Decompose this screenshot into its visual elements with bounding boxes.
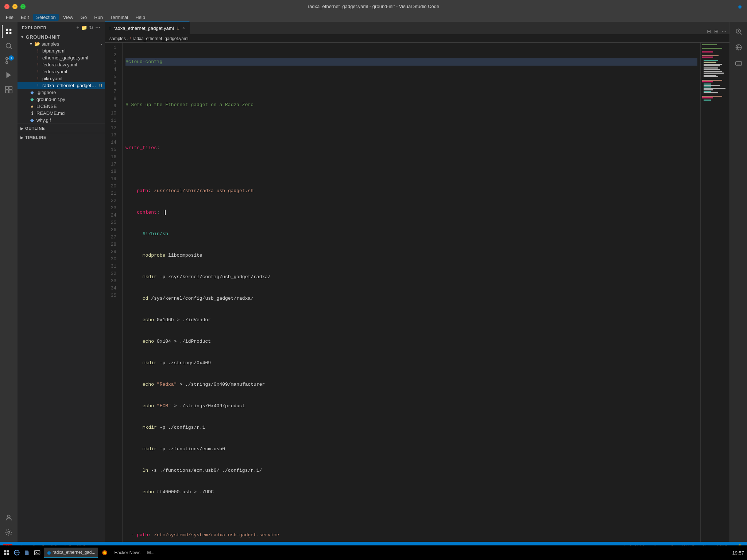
window-controls[interactable]: × − □ <box>4 4 26 9</box>
file-radxa-ethernet[interactable]: ! radxa_ethernet_gadget.yaml U <box>18 82 105 89</box>
svg-rect-49 <box>735 62 742 65</box>
svg-rect-21 <box>702 57 713 58</box>
code-line-10: modprobe libcomposite <box>125 252 697 259</box>
new-file-icon[interactable]: + <box>76 25 80 31</box>
svg-rect-32 <box>702 80 722 81</box>
remote-icon[interactable] <box>732 41 745 54</box>
menu-run[interactable]: Run <box>91 14 106 21</box>
menu-go[interactable]: Go <box>78 14 90 21</box>
code-line-12: cd /sys/kernel/config/usb_gadget/radxa/ <box>125 295 697 302</box>
split-editor-icon[interactable]: ⊟ <box>707 28 711 34</box>
timeline-label: TIMELINE <box>25 135 46 140</box>
menu-help[interactable]: Help <box>132 14 148 21</box>
file-fedora-daw[interactable]: ! fedora-daw.yaml <box>18 61 105 68</box>
taskbar-start-icon[interactable] <box>3 549 10 556</box>
tab-close-button[interactable]: × <box>182 26 185 31</box>
activity-settings[interactable] <box>2 526 15 539</box>
file-ground-init-py[interactable]: ◆ ground-init.py <box>18 96 105 103</box>
code-line-22 <box>125 510 697 517</box>
file-ethernet-gadget[interactable]: ! ethernet_gadget.yaml <box>18 54 105 61</box>
minimize-button[interactable]: − <box>12 4 18 9</box>
taskbar-hackernews[interactable]: Hacker News — M... <box>111 549 157 557</box>
menu-selection[interactable]: Selection <box>33 14 58 21</box>
activity-account[interactable] <box>2 511 15 524</box>
file-icon: ◆ <box>29 90 35 95</box>
file-name-readme: README.md <box>36 110 102 116</box>
file-icon: ★ <box>29 104 35 109</box>
svg-rect-13 <box>9 90 12 93</box>
code-content[interactable]: #cloud-config # Sets up the Ethernet gad… <box>123 43 700 542</box>
code-line-9: #!/bin/sh <box>125 230 697 238</box>
code-line-2 <box>125 80 697 87</box>
file-license[interactable]: ★ LICENSE <box>18 103 105 110</box>
activity-bottom <box>2 511 15 539</box>
taskbar-browser-icon[interactable] <box>13 549 20 556</box>
file-name-gitignore: .gitignore <box>36 90 102 95</box>
code-editor[interactable]: 12345 678910 1112131415 1617181920 21222… <box>105 43 729 542</box>
activity-run[interactable] <box>2 69 15 82</box>
layout-icon[interactable]: ⊞ <box>714 28 719 34</box>
svg-rect-39 <box>704 91 711 92</box>
new-folder-icon[interactable]: 📁 <box>81 25 88 31</box>
svg-rect-17 <box>702 44 717 45</box>
samples-dot: • <box>101 42 102 46</box>
activity-source-control[interactable]: 1 <box>2 54 15 67</box>
file-name-fedora-daw: fedora-daw.yaml <box>42 62 102 67</box>
file-why-gif[interactable]: ◆ why.gif <box>18 117 105 124</box>
main-layout: 1 Explorer + 📁 ↻ ⋯ <box>0 22 747 542</box>
tab-radxa-ethernet[interactable]: ! radxa_ethernet_gadget.yaml U × <box>105 22 190 34</box>
menu-terminal[interactable]: Terminal <box>107 14 131 21</box>
svg-rect-31 <box>704 76 718 77</box>
code-line-21: echo ff400000.usb > ./UDC <box>125 489 697 496</box>
file-btpan[interactable]: ! btpan.yaml <box>18 47 105 54</box>
svg-rect-2 <box>9 29 12 31</box>
code-line-7: - path: /usr/local/sbin/radxa-usb-gadget… <box>125 187 697 195</box>
activity-extensions[interactable] <box>2 83 15 96</box>
file-name-ground-init: ground-init.py <box>36 97 102 102</box>
breadcrumb-file-icon: ! <box>130 36 131 41</box>
svg-point-4 <box>6 43 11 48</box>
chevron-right-icon: ▶ <box>20 127 24 131</box>
activity-explorer[interactable] <box>2 25 15 38</box>
maximize-button[interactable]: □ <box>20 4 26 9</box>
file-name-radxa-ethernet: radxa_ethernet_gadget.yaml <box>42 83 96 88</box>
breadcrumb-filename[interactable]: radxa_ethernet_gadget.yaml <box>133 36 189 41</box>
file-gitignore[interactable]: ◆ .gitignore <box>18 89 105 96</box>
svg-line-5 <box>10 47 12 49</box>
tab-bar-actions: ⊟ ⊞ ⋯ <box>707 28 729 34</box>
tab-label: radxa_ethernet_gadget.yaml <box>113 26 174 31</box>
taskbar-files-icon[interactable] <box>23 549 31 556</box>
svg-rect-19 <box>702 51 713 52</box>
activity-search[interactable] <box>2 39 15 52</box>
taskbar-firefox-icon[interactable] <box>101 549 108 556</box>
svg-rect-56 <box>7 550 9 552</box>
collapse-icon[interactable]: ⋯ <box>95 25 101 31</box>
keyboard-icon[interactable] <box>732 57 745 70</box>
menu-view[interactable]: View <box>60 14 76 21</box>
taskbar-terminal-icon[interactable] <box>34 549 41 556</box>
close-button[interactable]: × <box>4 4 9 9</box>
breadcrumb-samples[interactable]: samples <box>109 36 126 41</box>
taskbar: ◈ radxa_ethernet_gad... Hacker News — M.… <box>0 545 747 560</box>
svg-rect-25 <box>704 65 720 66</box>
code-line-14: echo 0x104 > ./idProduct <box>125 338 697 345</box>
more-icon[interactable]: ⋯ <box>721 28 727 34</box>
svg-rect-0 <box>6 29 8 31</box>
root-folder[interactable]: ▼ GROUND-INIT <box>18 34 105 40</box>
code-line-18: mkdir -p ./configs/r.1 <box>125 424 697 431</box>
zoom-in-icon[interactable] <box>732 25 745 38</box>
file-piku[interactable]: ! piku.yaml <box>18 75 105 82</box>
svg-rect-41 <box>702 96 722 97</box>
file-readme[interactable]: ℹ README.md <box>18 110 105 117</box>
file-fedora[interactable]: ! fedora.yaml <box>18 68 105 75</box>
samples-folder[interactable]: ▼ 📂 samples • <box>18 40 105 47</box>
outline-header[interactable]: ▶ OUTLINE <box>18 125 105 132</box>
root-folder-name: GROUND-INIT <box>26 34 60 40</box>
timeline-header[interactable]: ▶ TIMELINE <box>18 134 105 141</box>
refresh-icon[interactable]: ↻ <box>89 25 94 31</box>
code-line-3: # Sets up the Ethernet gadget on a Radza… <box>125 101 697 109</box>
menu-file[interactable]: File <box>3 14 16 21</box>
menu-edit[interactable]: Edit <box>18 14 32 21</box>
code-line-1: #cloud-config <box>125 58 697 66</box>
taskbar-vscode[interactable]: ◈ radxa_ethernet_gad... <box>44 548 98 558</box>
